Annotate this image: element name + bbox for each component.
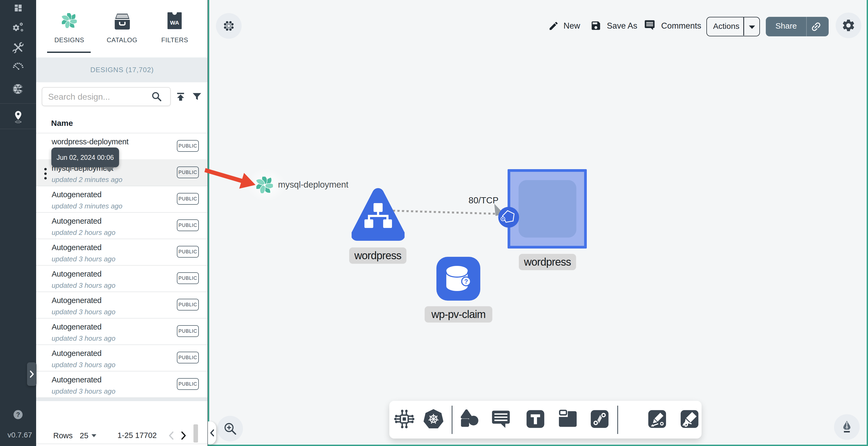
svg-text:WA: WA (170, 20, 179, 26)
svg-text:?: ? (16, 411, 20, 418)
svg-text:?: ? (464, 278, 468, 285)
